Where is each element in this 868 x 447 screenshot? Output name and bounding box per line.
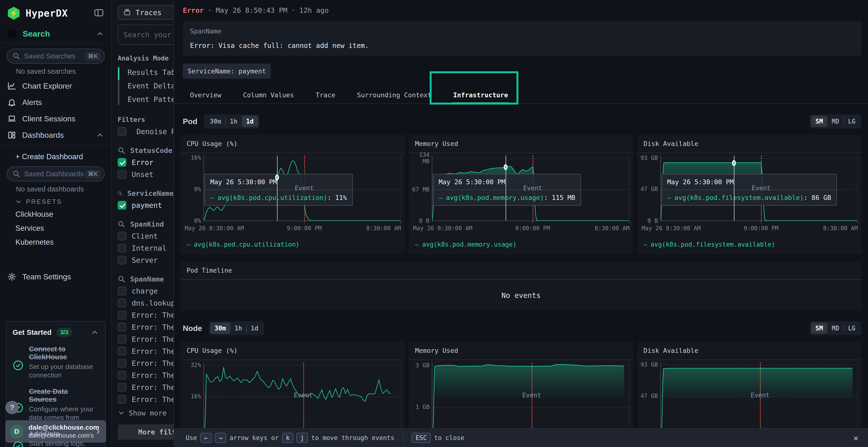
filter-option[interactable]: Error: The cr [118, 311, 174, 319]
sidebar-item-search[interactable]: Search [0, 25, 112, 43]
preset-dashboard-link[interactable]: Services [16, 221, 112, 235]
filter-option[interactable]: Error: The cr [118, 371, 174, 380]
checkbox[interactable] [118, 347, 126, 355]
get-started-item[interactable]: Create Data Sources Configure where your… [12, 387, 99, 422]
checkbox[interactable] [118, 170, 126, 179]
saved-dashboards-input[interactable] [24, 170, 85, 178]
filter-group-servicename[interactable]: ServiceName [118, 189, 174, 198]
sidebar-item-alerts[interactable]: Alerts [0, 94, 112, 110]
filter-option[interactable]: Internal [118, 244, 174, 252]
filter-group-spankind[interactable]: SpanKind [118, 220, 174, 228]
filter-option[interactable]: payment [118, 201, 174, 209]
checkbox[interactable] [118, 256, 126, 265]
filter-option[interactable]: Error: The cr [118, 383, 174, 391]
node-section-header: Node 30m 1h 1d SM MD LG [183, 321, 861, 335]
show-more-button[interactable]: Show more [118, 409, 174, 417]
user-menu[interactable]: D dale@clickhouse.com dale@clickhouse.co… [5, 420, 106, 443]
sidebar-item-chart-explorer[interactable]: Chart Explorer [0, 78, 112, 94]
checkbox[interactable] [118, 232, 126, 240]
checkbox[interactable] [118, 158, 126, 167]
filter-option[interactable]: Error: The cr [118, 359, 174, 368]
detail-tab[interactable]: Surrounding Context [351, 87, 438, 103]
event-search-input[interactable] [123, 31, 174, 39]
pod-size-md[interactable]: MD [827, 116, 843, 127]
analysis-mode-option[interactable]: Event Patterns [118, 93, 174, 106]
filter-option[interactable]: Client [118, 232, 174, 240]
saved-searches-search[interactable]: ⌘K [7, 49, 105, 64]
checkbox[interactable] [118, 127, 126, 136]
filter-option[interactable]: Error: The cr [118, 323, 174, 332]
checkbox[interactable] [118, 335, 126, 343]
get-started-item[interactable]: Connect to ClickHouse Set up your databa… [12, 345, 99, 379]
help-button[interactable]: ? [5, 401, 19, 414]
sidebar-item-dashboards[interactable]: Dashboards [0, 127, 112, 143]
source-select-button[interactable]: Traces [118, 5, 174, 20]
chevron-up-icon[interactable] [91, 328, 99, 337]
checkbox[interactable] [118, 383, 126, 391]
detail-tab[interactable]: Column Values [237, 87, 300, 103]
node-size-lg[interactable]: LG [844, 323, 860, 334]
checkbox[interactable] [118, 395, 126, 404]
checkbox[interactable] [118, 201, 126, 209]
pod-range-1d[interactable]: 1d [242, 116, 258, 127]
analysis-mode-option[interactable]: Results Table [118, 66, 174, 79]
chevron-up-icon[interactable] [96, 30, 104, 38]
node-range-1h[interactable]: 1h [230, 323, 246, 334]
node-range-30m[interactable]: 30m [210, 323, 230, 334]
node-size-md[interactable]: MD [827, 323, 843, 334]
sidebar-collapse-icon[interactable] [94, 7, 104, 19]
y-tick-label: 1 GB [416, 404, 430, 411]
checkbox[interactable] [118, 311, 126, 319]
event-search-box[interactable] [118, 25, 174, 45]
y-tick-label: 134 MB [410, 152, 429, 165]
checkbox[interactable] [118, 244, 126, 252]
pod-cpu-chart[interactable]: 16%8%0%EventMay 26 5:30:00 PM—avg(k8s.po… [180, 153, 405, 238]
more-filters-button[interactable]: More filters [118, 424, 174, 440]
filter-option[interactable]: Error: The cr [118, 395, 174, 404]
preset-dashboard-link[interactable]: Kubernetes [16, 235, 112, 249]
pod-disk-chart[interactable]: 93 GB47 GB0 BEventMay 26 5:30:00 PM—avg(… [637, 153, 862, 238]
filter-option[interactable]: Server [118, 256, 174, 265]
denoise-toggle[interactable]: Denoise Results [118, 127, 174, 136]
checkbox[interactable] [118, 359, 126, 368]
pod-range-30m[interactable]: 30m [206, 116, 225, 127]
x-tick-mark [629, 221, 630, 224]
filter-option[interactable]: Unset [118, 170, 174, 179]
pod-range-1h[interactable]: 1h [225, 116, 242, 127]
pod-size-lg[interactable]: LG [844, 116, 860, 127]
chevron-up-icon[interactable] [96, 131, 104, 139]
checkbox[interactable] [118, 371, 126, 380]
checkbox[interactable] [118, 323, 126, 332]
node-range-1d[interactable]: 1d [246, 323, 262, 334]
create-dashboard-button[interactable]: + Create Dashboard [16, 152, 112, 161]
sidebar-item-client-sessions[interactable]: Client Sessions [0, 110, 112, 127]
k-key[interactable]: k [282, 433, 294, 443]
pod-size-sm[interactable]: SM [811, 116, 827, 127]
x-tick-label: 8:30:00 AM [366, 225, 401, 232]
arrow-right-key[interactable]: → [215, 433, 226, 443]
pod-memory-chart[interactable]: 134 MB67 MB0 BEventMay 26 5:30:00 PM—avg… [409, 153, 633, 238]
esc-key[interactable]: ESC [411, 433, 431, 443]
filter-option[interactable]: Error [118, 158, 174, 167]
saved-dashboards-search[interactable]: ⌘K [7, 166, 105, 181]
detail-tab[interactable]: Overview [184, 87, 227, 103]
checkbox[interactable] [118, 286, 126, 295]
analysis-mode-option[interactable]: Event Deltas [118, 79, 174, 93]
sidebar-item-team-settings[interactable]: Team Settings [0, 269, 112, 285]
preset-dashboard-link[interactable]: ClickHouse [16, 207, 112, 221]
service-name-chip[interactable]: ServiceName: payment [183, 64, 271, 79]
filter-group-spanname[interactable]: SpanName [118, 275, 174, 283]
filter-option[interactable]: dns.lookup [118, 299, 174, 307]
node-size-sm[interactable]: SM [811, 323, 827, 334]
filter-option[interactable]: charge [118, 286, 174, 295]
presets-toggle[interactable]: PRESETS [15, 198, 112, 205]
saved-searches-input[interactable] [24, 52, 85, 60]
filter-group-statuscode[interactable]: StatusCode [118, 146, 174, 154]
filter-option[interactable]: Error: The cr [118, 347, 174, 355]
j-key[interactable]: j [296, 433, 308, 443]
arrow-left-key[interactable]: ← [200, 433, 212, 443]
close-icon[interactable]: ✕ [854, 433, 858, 443]
checkbox[interactable] [118, 299, 126, 307]
detail-tab[interactable]: Trace [309, 87, 341, 103]
filter-option[interactable]: Error: The cr [118, 335, 174, 343]
